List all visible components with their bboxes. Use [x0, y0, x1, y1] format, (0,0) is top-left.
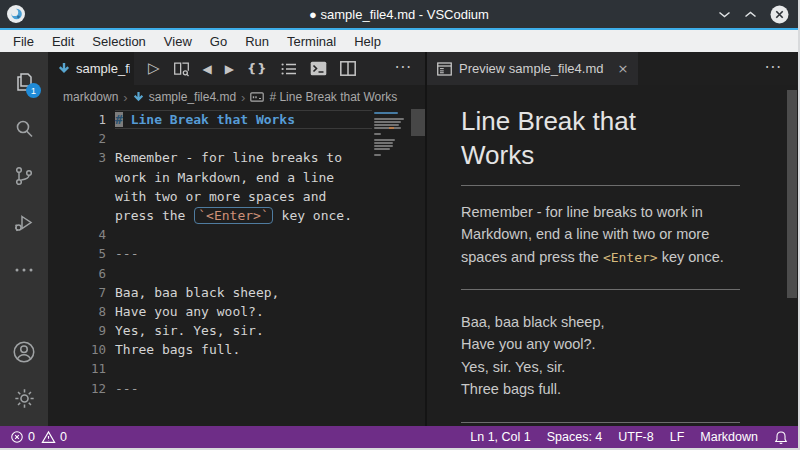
- cursor-position[interactable]: Ln 1, Col 1: [470, 430, 530, 444]
- status-bar: 0 0 Ln 1, Col 1Spaces: 4UTF-8LFMarkdown: [0, 426, 798, 448]
- menu-view[interactable]: View: [155, 32, 201, 51]
- line-number: 9: [48, 321, 106, 340]
- line-number: [48, 187, 106, 206]
- line-number: 10: [48, 340, 106, 359]
- line-content: press the `<Enter>` key once.: [115, 206, 372, 225]
- notifications-bell-icon[interactable]: [774, 430, 788, 445]
- account-icon[interactable]: [0, 328, 48, 375]
- back-button[interactable]: ◀: [203, 63, 212, 75]
- preview-scrollbar[interactable]: [787, 90, 797, 298]
- explorer-badge: 1: [26, 83, 41, 98]
- line-number: 3: [48, 148, 106, 167]
- minimize-button[interactable]: [718, 10, 731, 19]
- terminal-button[interactable]: [310, 61, 327, 76]
- activity-bar: 1: [0, 52, 48, 426]
- line-number: 1: [48, 110, 106, 129]
- line-number: 5: [48, 244, 106, 263]
- line-number: [48, 168, 106, 187]
- run-button[interactable]: ▷: [148, 61, 160, 76]
- maximize-button[interactable]: [744, 10, 757, 19]
- preview-verse: Baa, baa black sheep,Have you any wool?.…: [461, 311, 740, 401]
- minimap[interactable]: [374, 112, 408, 157]
- close-tab-icon[interactable]: ×: [618, 61, 629, 76]
- menu-go[interactable]: Go: [201, 32, 236, 51]
- close-button[interactable]: [770, 5, 789, 24]
- tab-sample-file4[interactable]: sample_file4.md: [48, 52, 134, 85]
- editor-line[interactable]: 9Yes, sir. Yes, sir.: [48, 321, 372, 340]
- editor-line[interactable]: 2: [48, 129, 372, 148]
- eol[interactable]: LF: [670, 430, 685, 444]
- line-number: 12: [48, 379, 106, 398]
- problems-indicator[interactable]: 0 0: [10, 430, 67, 444]
- menu-edit[interactable]: Edit: [43, 32, 83, 51]
- line-number: 6: [48, 264, 106, 283]
- search-icon[interactable]: [0, 105, 48, 152]
- language-mode[interactable]: Markdown: [700, 430, 758, 444]
- editor-line[interactable]: 6: [48, 264, 372, 283]
- horizontal-rule: [461, 422, 740, 423]
- list-button[interactable]: [281, 62, 297, 76]
- editor-line[interactable]: 10Three bags full.: [48, 340, 372, 359]
- breadcrumb-folder[interactable]: markdown: [63, 90, 118, 104]
- preview-paragraph: Remember - for line breaks to work in Ma…: [461, 201, 740, 268]
- editor-tabstrip: sample_file4.md ▷ ◀ ▶ {}: [48, 52, 425, 85]
- editor-line[interactable]: with two or more spaces and: [48, 187, 372, 206]
- line-number: 4: [48, 225, 106, 244]
- encoding[interactable]: UTF-8: [618, 430, 653, 444]
- more-actions-button[interactable]: ···: [395, 61, 412, 76]
- tab-label: sample_file4.md: [76, 61, 130, 76]
- preview-icon: [437, 62, 452, 76]
- line-content: # Line Break that Works: [115, 110, 372, 129]
- settings-gear-icon[interactable]: [0, 375, 48, 422]
- workbench: 1: [0, 52, 798, 426]
- braces-button[interactable]: {}: [247, 62, 268, 75]
- line-content: [115, 264, 372, 283]
- editor-line[interactable]: 11: [48, 359, 372, 378]
- more-views-icon[interactable]: [0, 246, 48, 293]
- tab-preview[interactable]: Preview sample_file4.md ×: [427, 52, 638, 85]
- line-content: Remember - for line breaks to: [115, 148, 372, 167]
- source-control-icon[interactable]: [0, 152, 48, 199]
- breadcrumb-symbol[interactable]: # Line Break that Works: [269, 90, 397, 104]
- explorer-icon[interactable]: 1: [0, 58, 48, 105]
- editor-line[interactable]: 8Have you any wool?.: [48, 302, 372, 321]
- vscodium-logo-icon: [7, 5, 25, 23]
- editor-actions: ▷ ◀ ▶ {}: [134, 52, 425, 85]
- line-content: Baa, baa black sheep,: [115, 283, 372, 302]
- titlebar[interactable]: ● sample_file4.md - VSCodium: [0, 0, 798, 28]
- editor-line[interactable]: 5---: [48, 244, 372, 263]
- menu-run[interactable]: Run: [236, 32, 278, 51]
- editor[interactable]: 1# Line Break that Works23Remember - for…: [48, 109, 425, 426]
- editor-line[interactable]: 3Remember - for line breaks to: [48, 148, 372, 167]
- breadcrumb: markdown › sample_file4.md › # Line Brea…: [48, 85, 425, 109]
- editor-scrollbar[interactable]: [411, 109, 425, 136]
- split-editor-button[interactable]: [340, 61, 356, 76]
- editor-line[interactable]: press the `<Enter>` key once.: [48, 206, 372, 225]
- editor-line[interactable]: 4: [48, 225, 372, 244]
- markdown-file-icon: [133, 91, 144, 103]
- line-content: Have you any wool?.: [115, 302, 372, 321]
- vscodium-window: ● sample_file4.md - VSCodium FileEditSel…: [0, 0, 800, 450]
- preview-tab-label: Preview sample_file4.md: [459, 61, 604, 76]
- breadcrumb-file[interactable]: sample_file4.md: [149, 90, 236, 104]
- menu-file[interactable]: File: [4, 32, 43, 51]
- preview-heading: Line Break that Works: [461, 105, 701, 173]
- run-debug-icon[interactable]: [0, 199, 48, 246]
- editor-line[interactable]: work in Markdown, end a line: [48, 168, 372, 187]
- line-number: 8: [48, 302, 106, 321]
- editor-line[interactable]: 7Baa, baa black sheep,: [48, 283, 372, 302]
- menu-terminal[interactable]: Terminal: [278, 32, 345, 51]
- line-content: [115, 359, 372, 378]
- line-content: ---: [115, 244, 372, 263]
- editor-line[interactable]: 12---: [48, 379, 372, 398]
- editor-line[interactable]: 1# Line Break that Works: [48, 110, 372, 129]
- indentation[interactable]: Spaces: 4: [547, 430, 603, 444]
- chevron-right-icon: ›: [123, 90, 127, 105]
- menu-selection[interactable]: Selection: [83, 32, 154, 51]
- editor-group: sample_file4.md ▷ ◀ ▶ {}: [48, 52, 427, 426]
- forward-button[interactable]: ▶: [225, 63, 234, 75]
- menu-help[interactable]: Help: [345, 32, 390, 51]
- open-preview-button[interactable]: [173, 61, 190, 77]
- line-number: [48, 206, 106, 225]
- preview-more-actions-button[interactable]: ···: [765, 61, 782, 76]
